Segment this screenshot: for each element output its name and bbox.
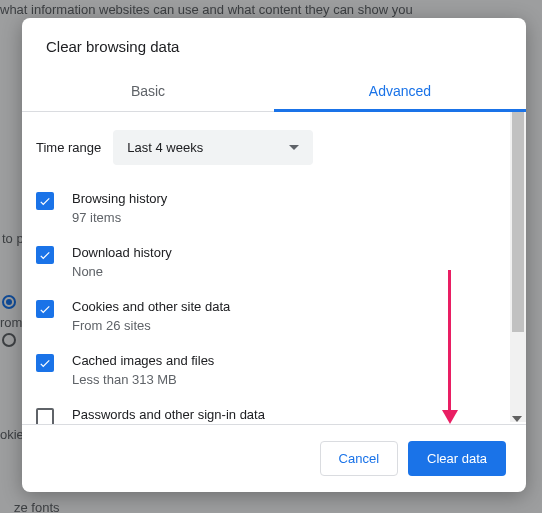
option-label: Browsing history xyxy=(72,191,167,206)
option-label: Passwords and other sign-in data xyxy=(72,407,265,422)
cancel-button[interactable]: Cancel xyxy=(320,441,398,476)
option-label: Cookies and other site data xyxy=(72,299,230,314)
checkbox[interactable] xyxy=(36,300,54,318)
option-subtext: Less than 313 MB xyxy=(72,372,214,387)
dialog-title: Clear browsing data xyxy=(22,18,526,71)
option-row: Cached images and filesLess than 313 MB xyxy=(36,353,514,387)
option-row: Passwords and other sign-in dataNone xyxy=(36,407,514,424)
clear-browsing-data-dialog: Clear browsing data Basic Advanced Time … xyxy=(22,18,526,492)
tab-advanced[interactable]: Advanced xyxy=(274,71,526,111)
clear-data-button[interactable]: Clear data xyxy=(408,441,506,476)
option-row: Download historyNone xyxy=(36,245,514,279)
dialog-footer: Cancel Clear data xyxy=(22,424,526,492)
checkbox[interactable] xyxy=(36,354,54,372)
chevron-down-icon xyxy=(289,145,299,150)
scroll-down-icon[interactable] xyxy=(512,416,522,422)
option-row: Browsing history97 items xyxy=(36,191,514,225)
timerange-select[interactable]: Last 4 weeks xyxy=(113,130,313,165)
timerange-value: Last 4 weeks xyxy=(127,140,203,155)
tab-basic[interactable]: Basic xyxy=(22,71,274,111)
checkbox[interactable] xyxy=(36,408,54,424)
option-subtext: None xyxy=(72,264,172,279)
scrollbar-track[interactable] xyxy=(510,112,526,422)
option-subtext: From 26 sites xyxy=(72,318,230,333)
option-label: Download history xyxy=(72,245,172,260)
option-label: Cached images and files xyxy=(72,353,214,368)
checkbox[interactable] xyxy=(36,246,54,264)
dialog-content: Time range Last 4 weeks Browsing history… xyxy=(22,112,526,424)
option-subtext: 97 items xyxy=(72,210,167,225)
checkbox[interactable] xyxy=(36,192,54,210)
scrollbar-thumb[interactable] xyxy=(512,112,524,332)
timerange-label: Time range xyxy=(36,140,101,155)
tabs: Basic Advanced xyxy=(22,71,526,112)
option-row: Cookies and other site dataFrom 26 sites xyxy=(36,299,514,333)
